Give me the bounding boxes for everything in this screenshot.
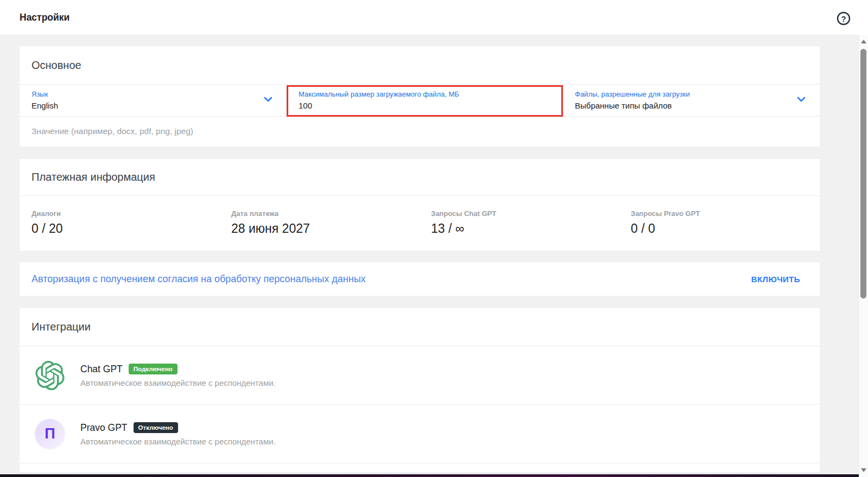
stat-value: 0 / 0 [631,221,819,236]
stat-value: 0 / 20 [31,221,219,236]
settings-fields-row: Язык English Максимальный размер загружа… [20,85,820,117]
integration-name: Chat GPT [80,364,123,375]
integration-description: Автоматическое взаимодействие с респонде… [80,378,276,387]
chevron-down-icon[interactable] [797,97,806,102]
integration-info: Pravo GPT Отключено Автоматическое взаим… [80,422,276,446]
file-types-value-input[interactable]: Значение (например, docx, pdf, png, jpeg… [20,117,820,146]
section-title: Платежная информация [31,171,155,183]
integration-description: Автоматическое взаимодействие с респонде… [80,437,276,446]
chevron-down-icon[interactable] [264,97,273,102]
section-integrations: Интеграции Chat GPT Подключено Автоматич… [20,308,820,477]
bottom-edge-strip [0,474,868,477]
stat-pravogpt-requests: Запросы Pravo GPT 0 / 0 [619,209,819,236]
top-header: Настройки ? [0,0,868,35]
stat-value: 28 июня 2027 [231,221,419,236]
section-billing-header: Платежная информация [20,159,820,196]
field-value: English [31,100,287,111]
status-badge: Отключено [134,422,178,433]
section-title: Интеграции [31,321,91,333]
authorization-link[interactable]: Авторизация с получением согласия на обр… [31,274,366,285]
stat-value: 13 / ∞ [431,221,619,236]
language-select[interactable]: Язык English [20,85,287,116]
integration-name: Pravo GPT [80,422,128,434]
vertical-scrollbar[interactable] [859,35,868,477]
section-title: Основное [31,59,81,72]
bottom-divider [20,473,820,474]
field-label: Максимальный размер загружаемого файла, … [299,90,563,99]
stat-chatgpt-requests: Запросы Chat GPT 13 / ∞ [419,209,619,236]
stat-label: Диалоги [31,209,219,218]
section-general-header: Основное [20,46,820,85]
stat-dialogs: Диалоги 0 / 20 [20,209,219,236]
scroll-up-icon[interactable] [861,40,866,43]
page-title: Настройки [20,12,69,23]
max-file-size-field[interactable]: Максимальный размер загружаемого файла, … [287,85,563,116]
scrollbar-thumb[interactable] [860,49,866,298]
section-authorization: Авторизация с получением согласия на обр… [20,262,820,296]
field-value: Выбранные типы файлов [575,100,820,111]
pravo-avatar-letter: П [35,419,65,449]
openai-logo-icon [35,360,65,391]
section-billing: Платежная информация Диалоги 0 / 20 Дата… [20,159,820,251]
integration-row-chatgpt[interactable]: Chat GPT Подключено Автоматическое взаим… [20,346,820,405]
stat-label: Запросы Chat GPT [431,209,619,218]
help-button[interactable]: ? [836,11,851,26]
billing-stats-row: Диалоги 0 / 20 Дата платежа 28 июня 2027… [20,196,820,236]
field-label: Файлы, разрешенные для загрузки [575,90,820,99]
enable-button[interactable]: ВКЛЮЧИТЬ [748,274,803,284]
help-icon: ? [836,11,851,26]
field-label: Язык [31,90,287,99]
allowed-file-types-select[interactable]: Файлы, разрешенные для загрузки Выбранны… [563,85,820,116]
stat-label: Запросы Pravo GPT [631,209,819,218]
stat-payment-date: Дата платежа 28 июня 2027 [219,209,419,236]
field-value: 100 [299,100,563,111]
pravo-logo-icon: П [35,419,65,449]
integration-info: Chat GPT Подключено Автоматическое взаим… [80,364,276,387]
status-badge: Подключено [129,364,178,374]
scroll-down-icon[interactable] [861,468,866,472]
section-integrations-header: Интеграции [20,308,820,346]
integration-row-pravogpt[interactable]: П Pravo GPT Отключено Автоматическое вза… [20,405,820,463]
svg-text:?: ? [841,14,846,23]
stat-label: Дата платежа [231,209,419,218]
section-general: Основное Язык English Максимальный разме… [20,46,820,147]
